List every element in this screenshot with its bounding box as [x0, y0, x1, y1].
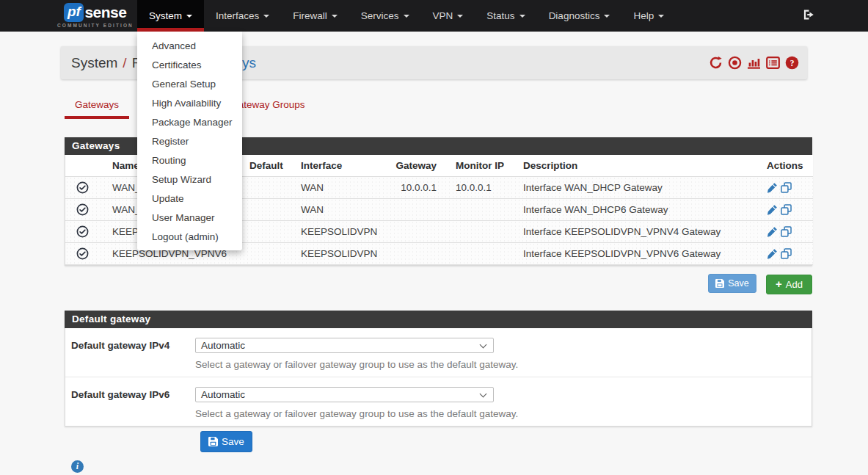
default-gateway-ipv6-help: Select a gateway or failover gateway gro…	[195, 408, 812, 419]
menu-item-setup-wizard[interactable]: Setup Wizard	[137, 170, 242, 189]
breadcrumb-separator: /	[117, 55, 131, 70]
edit-pencil-icon[interactable]	[767, 204, 778, 215]
plus-icon: +	[776, 280, 782, 288]
chevron-down-icon	[480, 341, 487, 348]
gateway-address	[389, 242, 448, 264]
caret-down-icon	[263, 15, 269, 18]
menu-item-advanced[interactable]: Advanced	[137, 36, 242, 55]
gateway-interface: KEEPSOLIDVPN	[290, 220, 389, 242]
default-gateway-panel: Default gateway Default gateway IPv4 Aut…	[65, 311, 812, 427]
menu-item-register[interactable]: Register	[137, 131, 242, 151]
gateway-address	[389, 220, 448, 242]
default-gateway-ipv6-row: Default gateway IPv6 Automatic Select a …	[65, 377, 812, 426]
menu-system[interactable]: System	[137, 0, 204, 32]
add-button[interactable]: + Add	[766, 275, 812, 294]
menu-item-logout-admin[interactable]: Logout (admin)	[137, 227, 242, 246]
save-button[interactable]: Save	[708, 274, 756, 293]
gateway-default	[238, 176, 290, 198]
copy-icon[interactable]	[781, 248, 792, 259]
default-gateway-ipv4-select[interactable]: Automatic	[195, 338, 494, 353]
copy-icon[interactable]	[781, 226, 792, 237]
column-header-gateway: Gateway	[389, 155, 448, 176]
menu-item-user-manager[interactable]: User Manager	[137, 208, 242, 227]
chevron-down-icon	[480, 390, 487, 397]
gateway-description: Interface KEEPSOLIDVPN_VPNV4 Gateway	[517, 220, 767, 242]
menu-help[interactable]: Help	[621, 0, 676, 32]
refresh-icon[interactable]	[709, 56, 723, 70]
info-icon[interactable]: i	[71, 460, 84, 473]
gateway-default	[238, 220, 290, 242]
column-header-description: Description	[517, 155, 767, 176]
column-header-monitor-ip: Monitor IP	[448, 155, 517, 176]
gateway-online-check-icon	[76, 203, 89, 216]
gateway-address: 10.0.0.1	[389, 176, 448, 198]
caret-down-icon	[519, 15, 525, 18]
default-gateway-panel-title: Default gateway	[65, 311, 812, 328]
default-gateway-ipv4-help: Select a gateway or failover gateway gro…	[195, 359, 812, 370]
tab-gateways[interactable]: Gateways	[65, 91, 129, 119]
default-gateway-ipv6-select[interactable]: Automatic	[195, 387, 494, 402]
menu-services[interactable]: Services	[349, 0, 421, 32]
gateway-description: Interface WAN_DHCP Gateway	[517, 176, 767, 198]
main-menu: System Interfaces Firewall Services VPN …	[137, 0, 676, 32]
menu-item-certificates[interactable]: Certificates	[137, 55, 242, 74]
menu-firewall[interactable]: Firewall	[281, 0, 349, 32]
gateway-interface: KEEPSOLIDVPN	[290, 242, 389, 264]
floppy-save-icon	[715, 279, 724, 288]
menu-interfaces[interactable]: Interfaces	[204, 0, 281, 32]
log-list-icon[interactable]	[766, 56, 780, 70]
gateway-monitor-ip	[448, 242, 517, 264]
caret-down-icon	[457, 15, 463, 18]
gateway-interface: WAN	[290, 198, 389, 220]
menu-vpn[interactable]: VPN	[421, 0, 475, 32]
status-column-header	[65, 155, 99, 176]
gateway-monitor-ip: 10.0.0.1	[448, 176, 517, 198]
gateway-online-check-icon	[76, 247, 89, 260]
default-gateway-ipv6-label: Default gateway IPv6	[65, 387, 195, 419]
help-icon[interactable]: ?	[785, 56, 799, 70]
edit-pencil-icon[interactable]	[767, 182, 778, 193]
gateway-description: Interface KEEPSOLIDVPN_VPNV6 Gateway	[517, 242, 767, 264]
column-header-actions: Actions	[767, 155, 813, 176]
breadcrumb-system: System	[71, 55, 117, 70]
monitor-chart-icon[interactable]	[747, 56, 761, 70]
svg-text:?: ?	[790, 59, 795, 68]
caret-down-icon	[186, 15, 192, 18]
edit-pencil-icon[interactable]	[767, 248, 778, 259]
caret-down-icon	[604, 15, 610, 18]
floppy-save-icon	[208, 437, 218, 446]
gateway-interface: WAN	[290, 176, 389, 198]
caret-down-icon	[658, 15, 664, 18]
brand-name: sense	[84, 4, 126, 21]
menu-status[interactable]: Status	[475, 0, 536, 32]
column-header-default: Default	[238, 155, 290, 176]
menu-item-package-manager[interactable]: Package Manager	[137, 112, 242, 131]
menu-item-update[interactable]: Update	[137, 189, 242, 208]
logout-icon[interactable]	[803, 9, 815, 23]
menu-item-general-setup[interactable]: General Setup	[137, 74, 242, 93]
gateway-monitor-ip	[448, 220, 517, 242]
caret-down-icon	[404, 15, 409, 18]
menu-diagnostics[interactable]: Diagnostics	[537, 0, 622, 32]
status-record-icon[interactable]	[728, 56, 742, 70]
copy-icon[interactable]	[781, 204, 792, 215]
default-gateway-ipv4-row: Default gateway IPv4 Automatic Select a …	[65, 328, 812, 377]
table-button-bar: Save + Add	[65, 274, 812, 294]
gateway-online-check-icon	[76, 181, 89, 194]
edit-pencil-icon[interactable]	[767, 226, 778, 237]
gateway-default	[238, 242, 290, 264]
menu-item-routing[interactable]: Routing	[137, 151, 242, 170]
save-default-gateway-button[interactable]: Save	[200, 431, 252, 452]
gateway-default	[238, 198, 290, 220]
top-navbar: pf sense COMMUNITY EDITION System Interf…	[0, 0, 868, 32]
column-header-interface: Interface	[290, 155, 389, 176]
gateway-description: Interface WAN_DHCP6 Gateway	[517, 198, 767, 220]
pfsense-page: pf sense COMMUNITY EDITION System Interf…	[0, 0, 868, 475]
brand-edition: COMMUNITY EDITION	[57, 23, 134, 28]
caret-down-icon	[332, 15, 338, 18]
header-action-icons: ?	[709, 46, 799, 79]
menu-item-high-availability[interactable]: High Availability	[137, 93, 242, 112]
pfsense-logo[interactable]: pf sense COMMUNITY EDITION	[57, 3, 134, 28]
copy-icon[interactable]	[781, 182, 792, 193]
gateway-monitor-ip	[448, 198, 517, 220]
